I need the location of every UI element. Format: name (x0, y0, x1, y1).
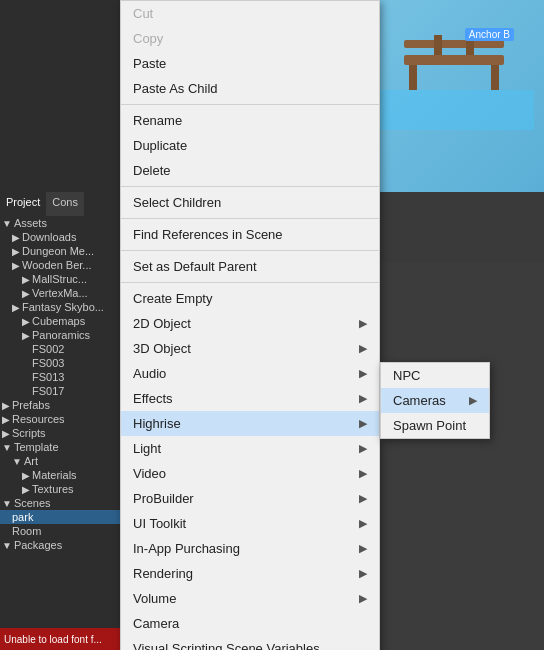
menu-item-2d-object[interactable]: 2D Object▶ (121, 311, 379, 336)
tree-item-label-15: Scripts (12, 427, 46, 439)
menu-item-paste-as-child[interactable]: Paste As Child (121, 76, 379, 101)
folder-icon: ▶ (22, 316, 30, 327)
menu-item-visual-scripting-scene-variables[interactable]: Visual Scripting Scene Variables (121, 636, 379, 650)
tree-item-label-2: Dungeon Me... (22, 245, 94, 257)
folder-icon: ▶ (2, 400, 10, 411)
submenu-arrow-icon: ▶ (359, 567, 367, 580)
folder-icon: ▶ (22, 484, 30, 495)
menu-item-3d-object[interactable]: 3D Object▶ (121, 336, 379, 361)
menu-item-probuilder[interactable]: ProBuilder▶ (121, 486, 379, 511)
tree-item-label-3: Wooden Ber... (22, 259, 92, 271)
menu-item-label: Paste (133, 56, 166, 71)
menu-item-label: Effects (133, 391, 173, 406)
menu-item-highrise[interactable]: Highrise▶ (121, 411, 379, 436)
tree-item-12[interactable]: FS017 (0, 384, 120, 398)
tree-item-14[interactable]: ▶Resources (0, 412, 120, 426)
menu-item-video[interactable]: Video▶ (121, 461, 379, 486)
menu-separator-10 (121, 218, 379, 219)
menu-item-effects[interactable]: Effects▶ (121, 386, 379, 411)
menu-item-paste[interactable]: Paste (121, 51, 379, 76)
tree-item-22[interactable]: Room (0, 524, 120, 538)
tree-item-23[interactable]: ▼Packages (0, 538, 120, 552)
tree-item-1[interactable]: ▶Downloads (0, 230, 120, 244)
tree-item-label-14: Resources (12, 413, 65, 425)
submenu-item-label: NPC (393, 368, 420, 383)
menu-item-in-app-purchasing[interactable]: In-App Purchasing▶ (121, 536, 379, 561)
tree-item-label-22: Room (12, 525, 41, 537)
tree-item-5[interactable]: ▶VertexMa... (0, 286, 120, 300)
folder-icon: ▶ (22, 274, 30, 285)
tree-item-label-7: Cubemaps (32, 315, 85, 327)
menu-item-label: Select Children (133, 195, 221, 210)
tree-item-3[interactable]: ▶Wooden Ber... (0, 258, 120, 272)
menu-item-create-empty[interactable]: Create Empty (121, 286, 379, 311)
menu-item-rename[interactable]: Rename (121, 108, 379, 133)
tree-item-10[interactable]: FS003 (0, 356, 120, 370)
menu-item-find-references-in-scene[interactable]: Find References in Scene (121, 222, 379, 247)
submenu-item-label: Spawn Point (393, 418, 466, 433)
tree-item-0[interactable]: ▼Assets (0, 216, 120, 230)
menu-item-delete[interactable]: Delete (121, 158, 379, 183)
status-bar: Unable to load font f... (0, 628, 120, 650)
tree-item-11[interactable]: FS013 (0, 370, 120, 384)
folder-icon: ▶ (12, 302, 20, 313)
menu-item-camera[interactable]: Camera (121, 611, 379, 636)
tree-item-label-13: Prefabs (12, 399, 50, 411)
tree-item-15[interactable]: ▶Scripts (0, 426, 120, 440)
menu-item-label: UI Toolkit (133, 516, 186, 531)
folder-icon: ▶ (2, 414, 10, 425)
folder-icon: ▼ (12, 456, 22, 467)
folder-icon: ▼ (2, 218, 12, 229)
tree-item-label-8: Panoramics (32, 329, 90, 341)
submenu-highrise-item-cameras[interactable]: Cameras▶ (381, 388, 489, 413)
tab-project[interactable]: Project (0, 192, 46, 216)
menu-item-ui-toolkit[interactable]: UI Toolkit▶ (121, 511, 379, 536)
tree-item-18[interactable]: ▶Materials (0, 468, 120, 482)
submenu-highrise-item-npc[interactable]: NPC (381, 363, 489, 388)
svg-rect-5 (434, 35, 442, 55)
tabs-bar: Project Cons (0, 192, 120, 216)
folder-icon: ▶ (12, 246, 20, 257)
menu-item-label: Delete (133, 163, 171, 178)
menu-item-audio[interactable]: Audio▶ (121, 361, 379, 386)
tree-item-label-18: Materials (32, 469, 77, 481)
tree-item-16[interactable]: ▼Template (0, 440, 120, 454)
svg-rect-0 (374, 90, 534, 130)
tree-item-21[interactable]: park (0, 510, 120, 524)
tab-console[interactable]: Cons (46, 192, 84, 216)
status-text: Unable to load font f... (4, 634, 102, 645)
tree-item-label-12: FS017 (32, 385, 64, 397)
menu-item-select-children[interactable]: Select Children (121, 190, 379, 215)
tree-item-17[interactable]: ▼Art (0, 454, 120, 468)
submenu-arrow-icon: ▶ (359, 392, 367, 405)
tree-item-label-16: Template (14, 441, 59, 453)
menu-item-set-as-default-parent[interactable]: Set as Default Parent (121, 254, 379, 279)
menu-item-light[interactable]: Light▶ (121, 436, 379, 461)
tree-item-8[interactable]: ▶Panoramics (0, 328, 120, 342)
tree-item-label-19: Textures (32, 483, 74, 495)
tree-item-4[interactable]: ▶MallStruc... (0, 272, 120, 286)
menu-item-label: In-App Purchasing (133, 541, 240, 556)
tree-item-6[interactable]: ▶Fantasy Skybo... (0, 300, 120, 314)
menu-item-rendering[interactable]: Rendering▶ (121, 561, 379, 586)
svg-rect-2 (409, 65, 417, 90)
menu-item-label: Camera (133, 616, 179, 631)
tree-item-9[interactable]: FS002 (0, 342, 120, 356)
tree-item-label-10: FS003 (32, 357, 64, 369)
menu-item-copy: Copy (121, 26, 379, 51)
menu-item-label: 2D Object (133, 316, 191, 331)
menu-item-volume[interactable]: Volume▶ (121, 586, 379, 611)
submenu-highrise: NPCCameras▶Spawn Point (380, 362, 490, 439)
context-menu: CutCopyPastePaste As ChildRenameDuplicat… (120, 0, 380, 650)
tree-item-2[interactable]: ▶Dungeon Me... (0, 244, 120, 258)
tree-item-19[interactable]: ▶Textures (0, 482, 120, 496)
tree-item-label-20: Scenes (14, 497, 51, 509)
tree-item-7[interactable]: ▶Cubemaps (0, 314, 120, 328)
tree-item-20[interactable]: ▼Scenes (0, 496, 120, 510)
submenu-arrow-icon: ▶ (359, 317, 367, 330)
submenu-highrise-item-spawn-point[interactable]: Spawn Point (381, 413, 489, 438)
folder-icon: ▶ (22, 470, 30, 481)
tree-item-13[interactable]: ▶Prefabs (0, 398, 120, 412)
menu-item-duplicate[interactable]: Duplicate (121, 133, 379, 158)
tree-item-label-5: VertexMa... (32, 287, 88, 299)
